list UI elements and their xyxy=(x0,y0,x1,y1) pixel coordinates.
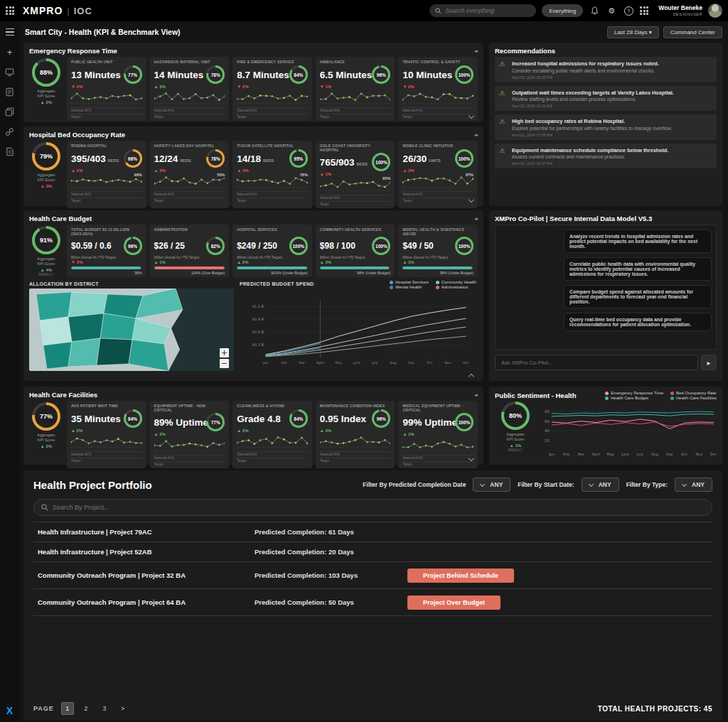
aggregate-kpi: 88% AggregateKPI Score ▲ 2% xyxy=(29,57,63,121)
collapse-chevron-icon[interactable] xyxy=(469,456,475,463)
national-avg-row: National AVG xyxy=(237,191,308,196)
target-row: Target xyxy=(71,198,142,203)
recommendation-item[interactable]: ⚠ Outpatient wait times exceeding target… xyxy=(495,86,717,112)
page-3-button[interactable]: 3 xyxy=(98,702,111,715)
recommendation-item[interactable]: ⚠ High bed occupancy rates at Robina Hos… xyxy=(495,114,717,140)
user-avatar[interactable] xyxy=(708,4,722,18)
filter-dropdown-type[interactable]: ANY xyxy=(675,478,712,492)
project-row[interactable]: Health Infrastructure | Project 52AB Pre… xyxy=(33,542,712,562)
project-search[interactable] xyxy=(33,499,712,516)
app-launcher-icon[interactable] xyxy=(6,6,14,15)
project-status-badge[interactable]: Project Behind Schedule xyxy=(407,569,514,583)
aggregate-gauge: 88% xyxy=(32,58,60,87)
project-search-input[interactable] xyxy=(53,504,705,511)
add-icon[interactable]: + xyxy=(5,47,15,57)
link-icon[interactable] xyxy=(5,126,15,136)
resize-icon[interactable]: ◂▸ xyxy=(474,392,478,398)
project-row[interactable]: Community Outreach Program | Project 64 … xyxy=(33,589,712,616)
copilot-input[interactable] xyxy=(495,355,698,370)
recommendation-title: Outpatient wait times exceeding targets … xyxy=(512,90,712,96)
collapse-chevron-icon[interactable] xyxy=(469,198,475,204)
section-facilities: Health Care Facilities ◂▸ 77% AggregateK… xyxy=(23,387,483,465)
collapse-chevron-icon[interactable] xyxy=(469,372,475,379)
project-row[interactable]: Community Outreach Program | Project 32 … xyxy=(33,562,712,589)
project-status-badge[interactable]: Project Over Budget xyxy=(407,596,500,610)
section-title: Public Sentiment - Health xyxy=(495,392,577,399)
page-next-button[interactable]: > xyxy=(117,702,129,715)
filter-dropdown-completion[interactable]: ANY xyxy=(473,478,510,492)
kpi-delta: ▲ 1% xyxy=(402,432,473,436)
svg-text:April: April xyxy=(316,361,323,365)
dashboards-icon[interactable] xyxy=(5,67,15,77)
kpi-card: GOLD COAST UNIVERSITY HOSPITAL 765/903 B… xyxy=(316,141,395,208)
svg-text:May: May xyxy=(335,361,342,365)
kpi-card: HAZARDOUS MATERIAL UNIT 14 Minutes 78% ▲… xyxy=(150,57,230,121)
kpi-sparkline xyxy=(237,90,308,106)
global-search-input[interactable] xyxy=(445,7,530,14)
map-title: ALLOCATION BY DISTRICT xyxy=(29,281,234,286)
settings-gear-icon[interactable]: ⚙ xyxy=(606,5,617,16)
collapse-chevron-icon[interactable] xyxy=(469,114,475,120)
recommendation-date: April 03, 2024 15:35 PM xyxy=(512,75,712,80)
aggregate-delta: ▲ 4% xyxy=(41,268,52,272)
svg-text:April: April xyxy=(592,452,599,457)
docs-icon[interactable] xyxy=(5,146,15,156)
national-avg-row: National AVG xyxy=(402,107,473,112)
kpi-delta: ▲ 3% xyxy=(237,168,308,173)
recommendation-item[interactable]: ⚠ Increased hospital admissions for resp… xyxy=(495,57,717,82)
recommendation-item[interactable]: ⚠ Equipment maintenance schedule complia… xyxy=(495,144,717,169)
resize-icon[interactable]: ◂▸ xyxy=(474,216,478,222)
copilot-suggestion-bubble[interactable]: Correlate public health data with enviro… xyxy=(564,257,712,281)
apps-grid-icon[interactable] xyxy=(640,6,648,15)
top-bar: XMPRO | IOC Everything ⚙ ? Wouter Beneke… xyxy=(0,0,728,21)
section-title: Hospital Bed Occupancy Rate xyxy=(29,131,125,139)
copilot-suggestion-bubble[interactable]: Analyze recent trends in hospital admiss… xyxy=(564,230,712,253)
xmpro-x-logo[interactable]: X xyxy=(6,705,13,716)
project-name: Community Outreach Program | Project 32 … xyxy=(38,571,255,579)
national-avg-row: National AVG xyxy=(71,191,142,196)
filter-label-type: Filter By Type: xyxy=(626,481,668,488)
recommendation-desc: Consider escalating public health alerts… xyxy=(512,68,712,73)
date-range-button[interactable]: Last 28 Days ▾ xyxy=(607,26,659,38)
page-2-button[interactable]: 2 xyxy=(80,702,92,715)
sentiment-legend: Emergency Response Time Bed Occupancy Ra… xyxy=(605,391,717,400)
resize-icon[interactable]: ◂▸ xyxy=(474,48,478,54)
sparkline-annotation: 85% xyxy=(382,176,390,180)
lists-icon[interactable] xyxy=(5,87,15,97)
notifications-bell-icon[interactable] xyxy=(589,5,600,16)
apps-stack-icon[interactable] xyxy=(5,107,15,117)
project-row[interactable]: Health Infrastructure | Project 79AC Pre… xyxy=(33,522,712,542)
kpi-value: $98 / 100 xyxy=(320,241,355,251)
district-map[interactable] xyxy=(29,289,234,371)
kpi-value: $49 / 50 xyxy=(402,241,433,251)
search-icon xyxy=(435,8,441,14)
kpi-sparkline xyxy=(402,90,473,106)
search-scope-button[interactable]: Everything xyxy=(542,4,583,17)
kpi-score-gauge: 100% xyxy=(455,149,473,168)
copilot-suggestion-bubble[interactable]: Compare budget spend against allocated a… xyxy=(564,285,712,308)
svg-text:80: 80 xyxy=(545,409,550,414)
filter-dropdown-start-date[interactable]: ANY xyxy=(582,478,619,492)
chevron-down-icon xyxy=(682,483,687,487)
resize-icon[interactable]: ◂▸ xyxy=(474,132,478,138)
svg-text:Jan: Jan xyxy=(548,452,555,456)
aggregate-gauge: 79% xyxy=(32,142,60,171)
kpi-unit: BEDS xyxy=(180,158,191,163)
help-icon[interactable]: ? xyxy=(623,5,634,16)
global-search[interactable] xyxy=(429,4,536,17)
allocation-map-panel: ALLOCATION BY DISTRICT xyxy=(29,281,234,374)
main-content: Smart City - Health (KPI & Benchmark Vie… xyxy=(19,21,728,722)
recommendation-date: April 01, 2024 17:05 PM xyxy=(512,133,712,137)
send-icon[interactable]: ▸ xyxy=(701,355,717,370)
command-center-button[interactable]: Command Center xyxy=(663,26,722,38)
menu-icon[interactable] xyxy=(5,27,15,37)
kpi-subtitle: Billion (Actual Vs YTD Target) xyxy=(71,256,142,259)
page-1-button[interactable]: 1 xyxy=(61,702,74,715)
kpi-sparkline xyxy=(237,434,308,450)
copilot-suggestion-bubble[interactable]: Query real-time bed occupancy data and p… xyxy=(564,313,712,331)
kpi-sparkline xyxy=(320,434,391,450)
kpi-label: TRAFFIC CONTROL & SAFETY xyxy=(402,60,473,65)
kpi-value: 35 Minutes xyxy=(71,414,121,424)
kpi-card: VARSITY LAKES DAY HOSPITAL 12/24 BEDS 78… xyxy=(150,141,230,208)
kpi-value: 10 Minutes xyxy=(402,70,452,80)
